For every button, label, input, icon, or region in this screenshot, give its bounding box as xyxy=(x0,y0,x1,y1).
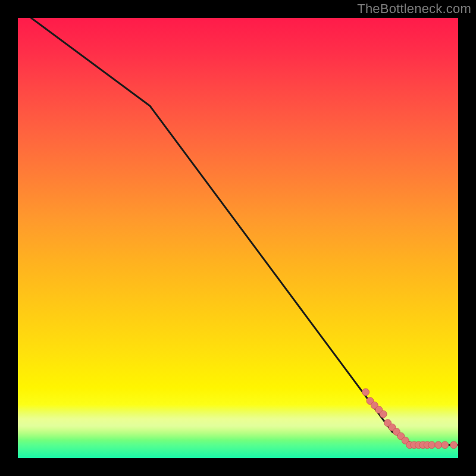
stage: TheBottleneck.com xyxy=(0,0,476,476)
chart-marker xyxy=(441,441,449,449)
chart-marker xyxy=(428,441,436,449)
chart-marker xyxy=(450,441,458,449)
chart-svg-layer xyxy=(18,18,458,458)
chart-plot-area xyxy=(18,18,458,458)
chart-marker xyxy=(380,411,387,418)
chart-marker xyxy=(362,389,369,396)
chart-marker xyxy=(435,441,442,449)
chart-line xyxy=(31,18,458,445)
watermark-text: TheBottleneck.com xyxy=(357,1,471,17)
